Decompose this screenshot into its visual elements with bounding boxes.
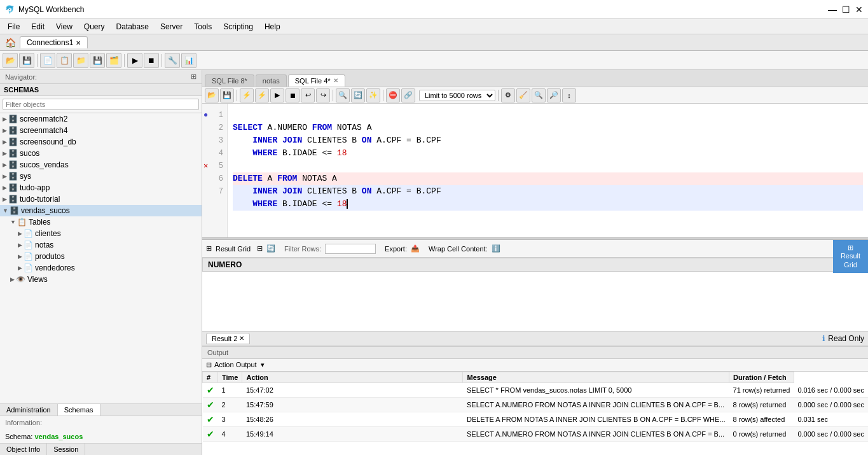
sql-stop-btn[interactable]: ⏹ <box>286 88 300 102</box>
output-status-icon: ✔ <box>203 397 218 412</box>
menu-query[interactable]: Query <box>79 21 110 32</box>
output-status-icon: ✔ <box>203 382 218 397</box>
sql-tab-notas[interactable]: notas <box>256 74 287 87</box>
minimize-button[interactable]: — <box>828 4 837 15</box>
filter-input[interactable] <box>3 99 199 110</box>
tab-session[interactable]: Session <box>47 444 85 455</box>
menu-view[interactable]: View <box>51 21 78 32</box>
toolbar-inspector[interactable]: 🔧 <box>165 53 180 68</box>
code-content[interactable]: SELECT A.NUMERO FROM NOTAS A INNER JOIN … <box>228 104 868 237</box>
sql-find-btn[interactable]: 🔍 <box>336 88 350 102</box>
sql-sep2 <box>333 90 333 101</box>
menu-help[interactable]: Help <box>259 21 286 32</box>
output-panel: Output ⊟ Action Output ▾ # Time Action M… <box>202 346 868 455</box>
toolbar-schemas[interactable]: 📊 <box>181 53 196 68</box>
schema-produtos[interactable]: ▶ 📄 produtos <box>0 251 202 262</box>
sql-tab-file8[interactable]: SQL File 8* <box>205 74 254 87</box>
output-table: # Time Action Message Duration / Fetch ✔… <box>202 372 868 442</box>
filter-rows-input[interactable] <box>325 244 376 254</box>
sql-tab-file4[interactable]: SQL File 4* ✕ <box>288 74 345 87</box>
toolbar-save-all[interactable]: 🗂️ <box>106 53 121 68</box>
col-numero: NUMERO <box>203 258 868 272</box>
connection-tab[interactable]: Connections1 ✕ <box>20 36 88 48</box>
schema-screensound-db[interactable]: ▶ 🗄️ screensound_db <box>0 136 202 148</box>
toolbar-stop[interactable]: ⏹ <box>144 53 159 68</box>
menu-tools[interactable]: Tools <box>189 21 217 32</box>
sql-eraser-btn[interactable]: 🧹 <box>516 88 530 102</box>
schema-screenmatch4[interactable]: ▶ 🗄️ screenmatch4 <box>0 125 202 136</box>
sql-sep3 <box>383 90 383 101</box>
action-output-dropdown[interactable]: ▾ <box>261 361 265 369</box>
home-icon[interactable]: 🏠 <box>5 38 16 48</box>
menu-database[interactable]: Database <box>111 21 154 32</box>
editor-area[interactable]: ● 1 2 3 4 ✕ 5 6 7 SELECT A.NUMERO FROM N… <box>202 104 868 237</box>
output-row-4: ✔ 4 15:49:14 SELECT A.NUMERO FROM NOTAS … <box>203 426 869 441</box>
tab-administration[interactable]: Administration <box>0 404 58 416</box>
sql-zoom-in-btn[interactable]: 🔍 <box>532 88 546 102</box>
output-message: 8 row(s) returned <box>729 397 794 412</box>
wrap-icon[interactable]: ℹ️ <box>492 244 500 253</box>
sql-open-btn[interactable]: 📂 <box>205 88 219 102</box>
toolbar-new-query[interactable]: 📄 <box>40 53 55 68</box>
schema-vendedores[interactable]: ▶ 📄 vendedores <box>0 262 202 274</box>
output-num: 4 <box>218 426 242 441</box>
menu-edit[interactable]: Edit <box>26 21 50 32</box>
toolbar-new-tab[interactable]: 📋 <box>57 53 72 68</box>
form-editor-icon[interactable]: ⊟ <box>257 244 263 253</box>
wrap-label: Wrap Cell Content: <box>429 245 488 253</box>
sql-format-btn[interactable]: ⚙ <box>501 88 515 102</box>
tab-schemas[interactable]: Schemas <box>58 404 100 416</box>
toolbar-save[interactable]: 💾 <box>19 53 34 68</box>
close-button[interactable]: ✕ <box>855 4 863 15</box>
schema-tables[interactable]: ▼ 📋 Tables <box>0 216 202 228</box>
result-grid-button[interactable]: ⊞ ResultGrid <box>833 240 868 273</box>
app-title: MySQL Workbench <box>18 5 84 14</box>
sql-tab-file4-close[interactable]: ✕ <box>333 77 338 84</box>
result-tab-2[interactable]: Result 2 ✕ <box>206 333 250 344</box>
schema-tudo-app[interactable]: ▶ 🗄️ tudo-app <box>0 182 202 193</box>
col-duration: Duration / Fetch <box>729 372 794 382</box>
navigator-toggle[interactable]: ⊞ <box>191 73 196 81</box>
sql-undo-btn[interactable]: ↩ <box>301 88 315 102</box>
sql-reconnect-btn[interactable]: 🔗 <box>401 88 415 102</box>
schema-views[interactable]: ▶ 👁️ Views <box>0 274 202 285</box>
limit-select[interactable]: Limit to 5000 rows Limit to 1000 rows No… <box>419 90 495 101</box>
output-row-1: ✔ 1 15:47:02 SELECT * FROM vendas_sucos.… <box>203 382 869 397</box>
schema-screenmatch2[interactable]: ▶ 🗄️ screenmatch2 <box>0 113 202 125</box>
schema-sucos[interactable]: ▶ 🗄️ sucos <box>0 148 202 159</box>
schema-sucos-vendas[interactable]: ▶ 🗄️ sucos_vendas <box>0 159 202 171</box>
menu-scripting[interactable]: Scripting <box>218 21 258 32</box>
connection-tab-close[interactable]: ✕ <box>76 39 81 46</box>
schema-vendas-sucos[interactable]: ▼ 🗄️ vendas_sucos <box>0 205 202 216</box>
sql-toggle-btn[interactable]: ↕ <box>562 88 576 102</box>
schema-notas[interactable]: ▶ 📄 notas <box>0 239 202 251</box>
toolbar-open[interactable]: 📂 <box>3 53 18 68</box>
sql-exec-btn[interactable]: ⚡ <box>240 88 254 102</box>
readonly-label: Read Only <box>828 334 864 343</box>
output-action: SELECT * FROM vendas_sucos.notas LIMIT 0… <box>463 382 729 397</box>
toolbar-save-query[interactable]: 💾 <box>90 53 105 68</box>
schema-sys[interactable]: ▶ 🗄️ sys <box>0 171 202 182</box>
output-action: DELETE A FROM NOTAS A INNER JOIN CLIENTE… <box>463 412 729 426</box>
schema-clientes[interactable]: ▶ 📄 clientes <box>0 228 202 239</box>
tab-object-info[interactable]: Object Info <box>0 444 47 455</box>
sql-beautify-btn[interactable]: ✨ <box>366 88 380 102</box>
menu-file[interactable]: File <box>3 21 25 32</box>
schema-tudo-tutorial[interactable]: ▶ 🗄️ tudo-tutorial <box>0 193 202 205</box>
result-tab-label: Result 2 <box>212 335 237 342</box>
menu-server[interactable]: Server <box>155 21 188 32</box>
sql-save-btn[interactable]: 💾 <box>220 88 234 102</box>
toolbar-run[interactable]: ▶ <box>127 53 142 68</box>
result-tab-close[interactable]: ✕ <box>239 335 244 342</box>
sql-exec-line-btn[interactable]: ▶ <box>270 88 284 102</box>
refresh-icon[interactable]: 🔄 <box>266 244 275 253</box>
sql-replace-btn[interactable]: 🔄 <box>351 88 365 102</box>
sql-redo-btn[interactable]: ↪ <box>316 88 330 102</box>
sql-exec-sel-btn[interactable]: ⚡ <box>255 88 269 102</box>
export-icon[interactable]: 📤 <box>411 244 420 253</box>
maximize-button[interactable]: ☐ <box>842 4 850 15</box>
sql-zoom-out-btn[interactable]: 🔎 <box>547 88 561 102</box>
sql-toolbar: 📂 💾 ⚡ ⚡ ▶ ⏹ ↩ ↪ 🔍 🔄 ✨ ⛔ 🔗 Limit to 5000 … <box>202 87 868 104</box>
toolbar-open-query[interactable]: 📁 <box>73 53 88 68</box>
sql-stop-exec-btn[interactable]: ⛔ <box>386 88 400 102</box>
